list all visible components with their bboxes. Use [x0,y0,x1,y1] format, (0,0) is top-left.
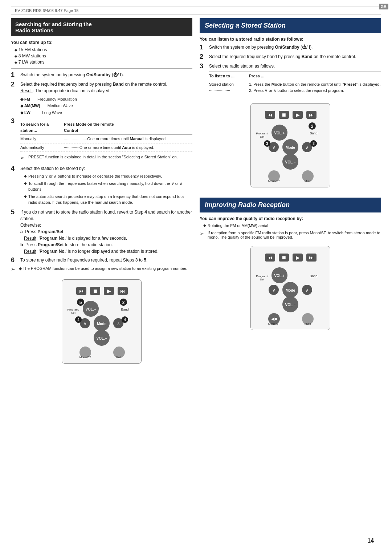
svg-text:Mono/ST: Mono/ST [79,356,91,359]
svg-text:VOL.–: VOL.– [285,303,296,307]
svg-text:▶: ▶ [107,288,111,294]
svg-text:∨: ∨ [272,288,275,293]
step-num-6: 6 [11,257,17,264]
svg-text:2: 2 [311,124,314,129]
list-item: 7 LW stations [15,60,192,65]
improving-title-text: Improving Radio Reception [205,201,290,208]
step-6-text: To store any other radio frequencies req… [20,257,192,263]
title-line2: Radio Stations [15,27,188,33]
svg-text:VOL.+: VOL.+ [274,274,285,278]
right-step-num-2: 2 [200,53,206,61]
svg-text:3: 3 [266,142,268,146]
step-5: 5 If you do not want to store the radio … [11,209,192,255]
svg-text:∧: ∧ [117,321,120,326]
svg-text:⏭: ⏭ [120,288,125,294]
svg-text:∧: ∧ [306,288,309,293]
svg-text:⏮: ⏮ [79,288,84,294]
can-listen-label: You can listen to a stored radio station… [200,37,381,42]
right-bottom-remote-svg: ⏮ ⏹ ▶ ⏭ Program/ Set Band [254,250,327,326]
right-step-3: 3 Select the radio station as follows. T… [200,63,381,97]
step-2: 2 Select the required frequency band by … [11,81,192,116]
step-4-text: Select the station to be stored by: Pres… [20,165,192,207]
svg-text:Set: Set [260,278,265,281]
right-step-1: 1 Switch the system on by pressing On/St… [200,44,381,51]
step-4: 4 Select the station to be stored by: Pr… [11,165,192,207]
program-note: ➢ ◆ The PROGRAM function can be used to … [11,266,192,272]
selecting-title: Selecting a Stored Station [200,18,381,33]
gb-badge: GB [379,4,389,9]
svg-text:Mute: Mute [305,322,311,325]
mono-note-text: If reception from a specific FM radio st… [208,231,381,239]
step-num-5: 5 [11,209,17,216]
svg-text:Mono/ST: Mono/ST [268,322,280,325]
svg-text:∧: ∧ [306,145,309,150]
svg-text:3: 3 [313,142,315,146]
improve-bullet: Rotating the FM or AM(MW) aerial [203,223,381,228]
step-3-text: To search for astation… Press Mode on th… [20,118,192,163]
left-section-title: Searching for and Storing the Radio Stat… [11,18,192,36]
svg-text:5: 5 [79,300,82,305]
list-item: 15 FM stations [15,47,192,52]
svg-text:Program/: Program/ [256,132,269,135]
svg-text:2: 2 [122,300,125,305]
svg-text:⏮: ⏮ [268,255,273,260]
svg-text:Mute: Mute [305,179,311,183]
improving-title: Improving Radio Reception [200,198,381,212]
step-2-text: Select the required frequency band by pr… [20,81,192,116]
header-text: EV-Z1GB-RDS 6/4/03 9:47 Page 15 [15,8,79,13]
left-remote-svg: ⏮ ⏹ ▶ ⏭ 5 Program/ Set 2 [65,283,138,360]
svg-text:4: 4 [77,318,79,322]
right-step-1-text: Switch the system on by pressing On/Stan… [209,44,381,50]
step-5-text: If you do not want to store the radio st… [20,209,192,255]
svg-text:Set: Set [71,311,76,315]
can-store-label: You can store up to: [11,40,192,45]
improve-label: You can improve the quality of radio rec… [200,216,381,221]
right-column: Selecting a Stored Station You can liste… [200,18,381,366]
step-6: 6 To store any other radio frequencies r… [11,257,192,264]
selecting-title-text: Selecting a Stored Station [205,22,286,29]
right-step-num-1: 1 [200,44,206,51]
svg-text:Set: Set [260,135,265,138]
step-num-3: 3 [11,118,17,125]
right-remote-diagram-top: ⏮ ⏹ ▶ ⏭ 2 Band Program/ Set [250,103,330,187]
right-step-3-text: Select the radio station as follows. To … [209,63,381,97]
svg-text:▶: ▶ [296,255,300,260]
svg-text:◀■: ◀■ [271,316,277,321]
svg-text:⏭: ⏭ [309,255,314,260]
svg-text:Mode: Mode [286,146,295,150]
step-3: 3 To search for astation… Press Mode on … [11,118,192,163]
svg-text:⏹: ⏹ [93,288,98,294]
step-num-4: 4 [11,165,17,173]
svg-text:▶: ▶ [296,112,300,118]
svg-text:Band: Band [310,131,317,135]
svg-text:⏹: ⏹ [281,255,286,260]
svg-text:Mode: Mode [286,288,295,292]
svg-text:Program/: Program/ [68,308,80,311]
svg-text:VOL.+: VOL.+ [85,307,96,311]
svg-text:Mute: Mute [116,356,122,359]
svg-text:VOL.–: VOL.– [285,160,296,164]
svg-text:⏮: ⏮ [268,112,273,118]
step-1: 1 Switch the system on by pressing On/St… [11,72,192,79]
svg-text:VOL.–: VOL.– [97,336,107,340]
svg-text:∨: ∨ [272,145,275,150]
page-header: EV-Z1GB-RDS 6/4/03 9:47 Page 15 [11,7,381,15]
svg-text:∨: ∨ [83,321,87,326]
svg-text:Program/: Program/ [256,275,269,278]
step-num-1: 1 [11,72,17,79]
title-line1: Searching for and Storing the [15,21,188,27]
svg-text:⏭: ⏭ [309,112,314,118]
page-number: 14 [367,538,374,544]
svg-text:Mono/ST: Mono/ST [268,179,280,183]
left-remote-diagram: ⏮ ⏹ ▶ ⏭ 5 Program/ Set 2 [62,279,142,364]
right-top-remote-svg: ⏮ ⏹ ▶ ⏭ 2 Band Program/ Set [254,107,327,183]
svg-text:Band: Band [121,308,128,311]
svg-text:Band: Band [310,274,317,278]
svg-text:⏹: ⏹ [281,112,286,118]
svg-text:4: 4 [124,318,126,322]
step-num-2: 2 [11,81,17,88]
list-item: 8 MW stations [15,53,192,58]
right-step-num-3: 3 [200,63,206,70]
improving-section: Improving Radio Reception You can improv… [200,198,381,333]
right-remote-diagram-bottom: ⏮ ⏹ ▶ ⏭ Program/ Set Band [250,246,330,330]
